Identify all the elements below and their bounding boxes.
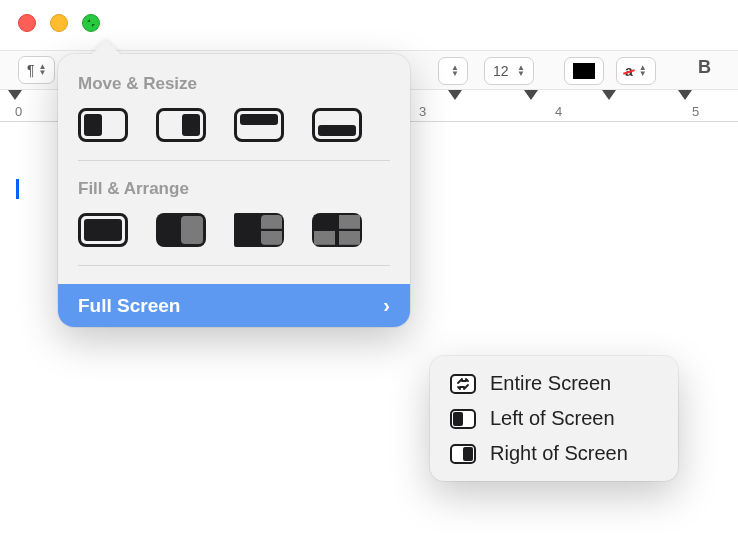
fill-arrange-heading: Fill & Arrange [78, 179, 390, 199]
font-family-dropdown[interactable]: ▲▼ [438, 57, 468, 85]
arrange-three-button[interactable] [234, 213, 284, 247]
move-resize-row [78, 108, 390, 142]
left-of-screen-label: Left of Screen [490, 407, 615, 430]
separator [78, 265, 390, 266]
fill-arrange-row [78, 213, 390, 247]
paragraph-style-dropdown[interactable]: ¶ ▲▼ [18, 56, 55, 84]
ruler-tick-3: 3 [419, 104, 426, 119]
full-screen-submenu: Entire Screen Left of Screen Right of Sc… [430, 356, 678, 481]
entire-screen-icon [450, 374, 476, 394]
bold-button[interactable]: B [688, 57, 721, 78]
zoom-button[interactable] [82, 14, 100, 32]
ruler-tick-0: 0 [15, 104, 22, 119]
entire-screen-label: Entire Screen [490, 372, 611, 395]
left-of-screen-icon [450, 409, 476, 429]
fill-screen-button[interactable] [78, 213, 128, 247]
arrange-two-button[interactable] [156, 213, 206, 247]
tab-stop-marker[interactable] [678, 90, 692, 100]
window-layout-popover: Move & Resize Fill & Arrange Full Screen… [58, 54, 410, 327]
tile-right-button[interactable] [156, 108, 206, 142]
minimize-button[interactable] [50, 14, 68, 32]
text-color-swatch[interactable] [564, 57, 604, 85]
zoom-icon [86, 18, 96, 28]
strikethrough-icon: a [625, 63, 633, 79]
text-cursor [16, 179, 19, 199]
arrange-quad-button[interactable] [312, 213, 362, 247]
right-of-screen-label: Right of Screen [490, 442, 628, 465]
tab-stop-marker[interactable] [602, 90, 616, 100]
right-of-screen-item[interactable]: Right of Screen [436, 436, 672, 471]
chevron-right-icon: › [383, 294, 390, 317]
entire-screen-item[interactable]: Entire Screen [436, 366, 672, 401]
color-swatch-icon [573, 63, 595, 79]
font-size-value: 12 [493, 63, 509, 79]
ruler-tick-4: 4 [555, 104, 562, 119]
strikethrough-color-button[interactable]: a ▲▼ [616, 57, 656, 85]
left-indent-marker[interactable] [8, 90, 22, 100]
right-of-screen-icon [450, 444, 476, 464]
left-of-screen-item[interactable]: Left of Screen [436, 401, 672, 436]
close-button[interactable] [18, 14, 36, 32]
tab-stop-marker[interactable] [448, 90, 462, 100]
full-screen-label: Full Screen [78, 295, 180, 317]
tile-left-button[interactable] [78, 108, 128, 142]
separator [78, 160, 390, 161]
tab-stop-marker[interactable] [524, 90, 538, 100]
font-size-stepper[interactable]: 12 ▲▼ [484, 57, 534, 85]
tile-top-button[interactable] [234, 108, 284, 142]
ruler-tick-5: 5 [692, 104, 699, 119]
move-resize-heading: Move & Resize [78, 74, 390, 94]
pilcrow-icon: ¶ [27, 62, 35, 78]
full-screen-menu-item[interactable]: Full Screen › [58, 284, 410, 327]
tile-bottom-button[interactable] [312, 108, 362, 142]
window-traffic-lights [18, 14, 100, 32]
